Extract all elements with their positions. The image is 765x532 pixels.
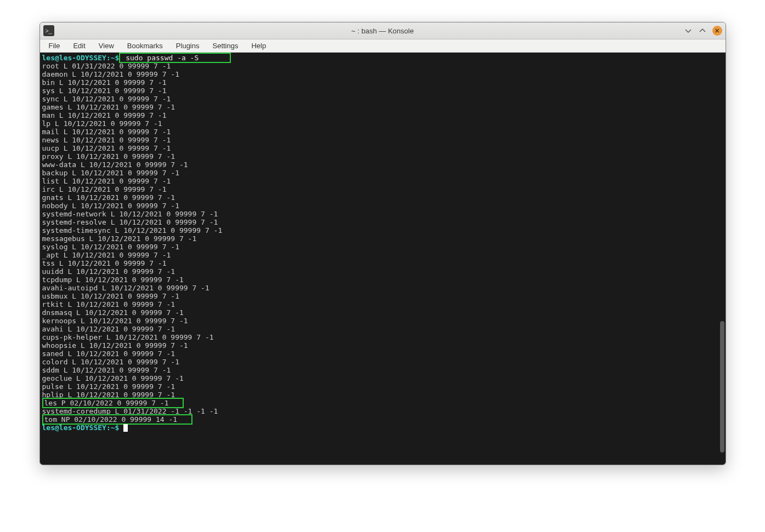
command-text: sudo passwd -a -S: [126, 54, 199, 62]
prompt: les@les-ODYSSEY:~$: [42, 54, 120, 62]
minimize-button[interactable]: [684, 26, 693, 35]
window-controls: ✕: [684, 26, 722, 36]
app-icon: >_: [43, 25, 54, 36]
close-button[interactable]: ✕: [712, 26, 722, 36]
scrollbar-thumb[interactable]: [720, 321, 724, 453]
menu-view[interactable]: View: [92, 39, 121, 52]
menu-plugins[interactable]: Plugins: [169, 39, 206, 52]
cursor: [123, 424, 128, 432]
menubar: File Edit View Bookmarks Plugins Setting…: [40, 39, 726, 53]
menu-settings[interactable]: Settings: [206, 39, 245, 52]
menu-file[interactable]: File: [42, 39, 67, 52]
maximize-button[interactable]: [698, 26, 707, 35]
menu-edit[interactable]: Edit: [66, 39, 92, 52]
output-block: root L 01/31/2022 0 99999 7 -1 daemon L …: [42, 62, 223, 399]
window-title: ~ : bash — Konsole: [40, 27, 726, 35]
titlebar[interactable]: >_ ~ : bash — Konsole ✕: [40, 22, 726, 39]
konsole-window: >_ ~ : bash — Konsole ✕ File Edit View B…: [39, 22, 726, 465]
prompt: les@les-ODYSSEY:~$: [42, 424, 120, 432]
menu-help[interactable]: Help: [245, 39, 273, 52]
menu-bookmarks[interactable]: Bookmarks: [121, 39, 169, 52]
terminal-viewport[interactable]: les@les-ODYSSEY:~$ sudo passwd -a -S roo…: [40, 53, 726, 465]
